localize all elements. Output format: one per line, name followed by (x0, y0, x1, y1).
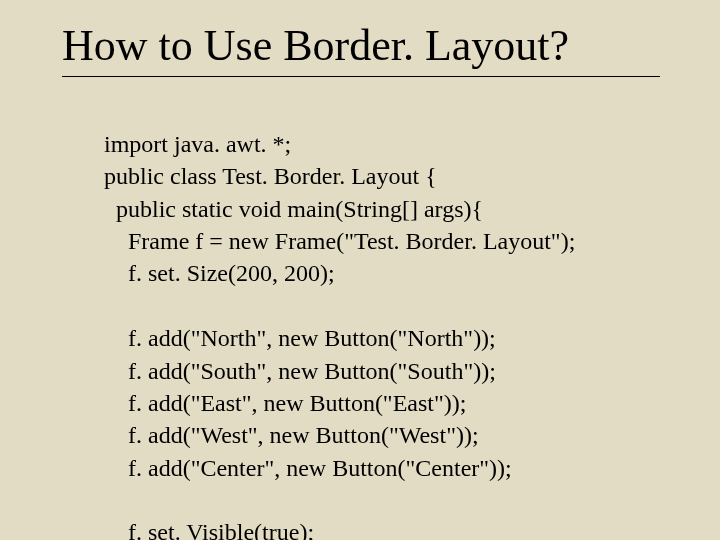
slide-title: How to Use Border. Layout? (62, 22, 680, 70)
code-line: f. set. Size(200, 200); (104, 260, 335, 286)
slide: How to Use Border. Layout? import java. … (0, 0, 720, 540)
code-line: f. add("North", new Button("North")); (104, 325, 496, 351)
code-line: f. add("South", new Button("South")); (104, 358, 496, 384)
code-line: import java. awt. *; (104, 131, 291, 157)
code-line: public static void main(String[] args){ (104, 196, 483, 222)
title-divider (62, 76, 660, 77)
code-line: f. add("East", new Button("East")); (104, 390, 466, 416)
code-line: Frame f = new Frame("Test. Border. Layou… (104, 228, 575, 254)
code-block: import java. awt. *; public class Test. … (104, 95, 680, 540)
code-line: f. add("Center", new Button("Center")); (104, 455, 512, 481)
code-line: f. add("West", new Button("West")); (104, 422, 479, 448)
code-line: public class Test. Border. Layout { (104, 163, 437, 189)
code-line: f. set. Visible(true); (104, 519, 314, 540)
